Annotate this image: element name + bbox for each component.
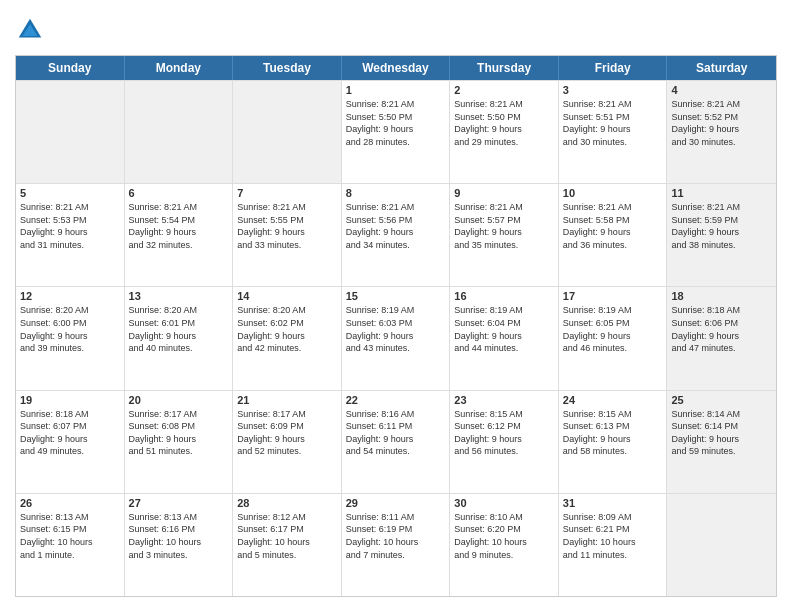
empty-cell-0-2 [233, 81, 342, 183]
day-number: 27 [129, 497, 229, 509]
cell-info: Sunrise: 8:21 AMSunset: 5:56 PMDaylight:… [346, 201, 446, 251]
calendar-body: 1Sunrise: 8:21 AMSunset: 5:50 PMDaylight… [16, 80, 776, 596]
day-cell-10: 10Sunrise: 8:21 AMSunset: 5:58 PMDayligh… [559, 184, 668, 286]
day-number: 30 [454, 497, 554, 509]
calendar-row-0: 1Sunrise: 8:21 AMSunset: 5:50 PMDaylight… [16, 80, 776, 183]
day-number: 23 [454, 394, 554, 406]
day-cell-24: 24Sunrise: 8:15 AMSunset: 6:13 PMDayligh… [559, 391, 668, 493]
cell-info: Sunrise: 8:18 AMSunset: 6:07 PMDaylight:… [20, 408, 120, 458]
day-number: 19 [20, 394, 120, 406]
cell-info: Sunrise: 8:19 AMSunset: 6:05 PMDaylight:… [563, 304, 663, 354]
day-cell-9: 9Sunrise: 8:21 AMSunset: 5:57 PMDaylight… [450, 184, 559, 286]
day-number: 16 [454, 290, 554, 302]
cell-info: Sunrise: 8:21 AMSunset: 5:52 PMDaylight:… [671, 98, 772, 148]
calendar-row-2: 12Sunrise: 8:20 AMSunset: 6:00 PMDayligh… [16, 286, 776, 389]
calendar-row-1: 5Sunrise: 8:21 AMSunset: 5:53 PMDaylight… [16, 183, 776, 286]
day-number: 13 [129, 290, 229, 302]
day-number: 15 [346, 290, 446, 302]
cell-info: Sunrise: 8:10 AMSunset: 6:20 PMDaylight:… [454, 511, 554, 561]
logo [15, 15, 49, 45]
day-number: 20 [129, 394, 229, 406]
cell-info: Sunrise: 8:20 AMSunset: 6:00 PMDaylight:… [20, 304, 120, 354]
cell-info: Sunrise: 8:13 AMSunset: 6:15 PMDaylight:… [20, 511, 120, 561]
day-cell-30: 30Sunrise: 8:10 AMSunset: 6:20 PMDayligh… [450, 494, 559, 596]
day-cell-31: 31Sunrise: 8:09 AMSunset: 6:21 PMDayligh… [559, 494, 668, 596]
day-number: 2 [454, 84, 554, 96]
day-cell-5: 5Sunrise: 8:21 AMSunset: 5:53 PMDaylight… [16, 184, 125, 286]
day-number: 7 [237, 187, 337, 199]
header-day-monday: Monday [125, 56, 234, 80]
header-day-tuesday: Tuesday [233, 56, 342, 80]
day-cell-13: 13Sunrise: 8:20 AMSunset: 6:01 PMDayligh… [125, 287, 234, 389]
header-day-saturday: Saturday [667, 56, 776, 80]
day-number: 28 [237, 497, 337, 509]
cell-info: Sunrise: 8:21 AMSunset: 5:55 PMDaylight:… [237, 201, 337, 251]
day-cell-23: 23Sunrise: 8:15 AMSunset: 6:12 PMDayligh… [450, 391, 559, 493]
cell-info: Sunrise: 8:15 AMSunset: 6:13 PMDaylight:… [563, 408, 663, 458]
cell-info: Sunrise: 8:21 AMSunset: 5:51 PMDaylight:… [563, 98, 663, 148]
day-number: 8 [346, 187, 446, 199]
day-cell-19: 19Sunrise: 8:18 AMSunset: 6:07 PMDayligh… [16, 391, 125, 493]
header-day-friday: Friday [559, 56, 668, 80]
cell-info: Sunrise: 8:21 AMSunset: 5:50 PMDaylight:… [346, 98, 446, 148]
day-cell-15: 15Sunrise: 8:19 AMSunset: 6:03 PMDayligh… [342, 287, 451, 389]
cell-info: Sunrise: 8:21 AMSunset: 5:50 PMDaylight:… [454, 98, 554, 148]
day-cell-27: 27Sunrise: 8:13 AMSunset: 6:16 PMDayligh… [125, 494, 234, 596]
cell-info: Sunrise: 8:09 AMSunset: 6:21 PMDaylight:… [563, 511, 663, 561]
day-cell-6: 6Sunrise: 8:21 AMSunset: 5:54 PMDaylight… [125, 184, 234, 286]
cell-info: Sunrise: 8:17 AMSunset: 6:09 PMDaylight:… [237, 408, 337, 458]
day-cell-26: 26Sunrise: 8:13 AMSunset: 6:15 PMDayligh… [16, 494, 125, 596]
day-cell-1: 1Sunrise: 8:21 AMSunset: 5:50 PMDaylight… [342, 81, 451, 183]
header-day-thursday: Thursday [450, 56, 559, 80]
cell-info: Sunrise: 8:21 AMSunset: 5:54 PMDaylight:… [129, 201, 229, 251]
day-cell-28: 28Sunrise: 8:12 AMSunset: 6:17 PMDayligh… [233, 494, 342, 596]
cell-info: Sunrise: 8:11 AMSunset: 6:19 PMDaylight:… [346, 511, 446, 561]
cell-info: Sunrise: 8:20 AMSunset: 6:01 PMDaylight:… [129, 304, 229, 354]
empty-cell-0-1 [125, 81, 234, 183]
calendar: SundayMondayTuesdayWednesdayThursdayFrid… [15, 55, 777, 597]
logo-icon [15, 15, 45, 45]
day-cell-21: 21Sunrise: 8:17 AMSunset: 6:09 PMDayligh… [233, 391, 342, 493]
day-number: 4 [671, 84, 772, 96]
day-cell-7: 7Sunrise: 8:21 AMSunset: 5:55 PMDaylight… [233, 184, 342, 286]
day-cell-14: 14Sunrise: 8:20 AMSunset: 6:02 PMDayligh… [233, 287, 342, 389]
day-cell-8: 8Sunrise: 8:21 AMSunset: 5:56 PMDaylight… [342, 184, 451, 286]
day-cell-18: 18Sunrise: 8:18 AMSunset: 6:06 PMDayligh… [667, 287, 776, 389]
calendar-header: SundayMondayTuesdayWednesdayThursdayFrid… [16, 56, 776, 80]
day-number: 9 [454, 187, 554, 199]
day-number: 17 [563, 290, 663, 302]
day-number: 11 [671, 187, 772, 199]
day-cell-12: 12Sunrise: 8:20 AMSunset: 6:00 PMDayligh… [16, 287, 125, 389]
day-cell-25: 25Sunrise: 8:14 AMSunset: 6:14 PMDayligh… [667, 391, 776, 493]
cell-info: Sunrise: 8:18 AMSunset: 6:06 PMDaylight:… [671, 304, 772, 354]
cell-info: Sunrise: 8:15 AMSunset: 6:12 PMDaylight:… [454, 408, 554, 458]
day-cell-2: 2Sunrise: 8:21 AMSunset: 5:50 PMDaylight… [450, 81, 559, 183]
cell-info: Sunrise: 8:20 AMSunset: 6:02 PMDaylight:… [237, 304, 337, 354]
empty-cell-0-0 [16, 81, 125, 183]
day-cell-16: 16Sunrise: 8:19 AMSunset: 6:04 PMDayligh… [450, 287, 559, 389]
day-cell-4: 4Sunrise: 8:21 AMSunset: 5:52 PMDaylight… [667, 81, 776, 183]
cell-info: Sunrise: 8:13 AMSunset: 6:16 PMDaylight:… [129, 511, 229, 561]
cell-info: Sunrise: 8:21 AMSunset: 5:53 PMDaylight:… [20, 201, 120, 251]
day-number: 14 [237, 290, 337, 302]
day-number: 26 [20, 497, 120, 509]
cell-info: Sunrise: 8:14 AMSunset: 6:14 PMDaylight:… [671, 408, 772, 458]
day-number: 21 [237, 394, 337, 406]
day-number: 24 [563, 394, 663, 406]
day-number: 12 [20, 290, 120, 302]
page: SundayMondayTuesdayWednesdayThursdayFrid… [0, 0, 792, 612]
day-number: 29 [346, 497, 446, 509]
day-number: 5 [20, 187, 120, 199]
cell-info: Sunrise: 8:21 AMSunset: 5:59 PMDaylight:… [671, 201, 772, 251]
cell-info: Sunrise: 8:16 AMSunset: 6:11 PMDaylight:… [346, 408, 446, 458]
day-number: 31 [563, 497, 663, 509]
cell-info: Sunrise: 8:19 AMSunset: 6:03 PMDaylight:… [346, 304, 446, 354]
day-number: 18 [671, 290, 772, 302]
header-day-wednesday: Wednesday [342, 56, 451, 80]
day-number: 22 [346, 394, 446, 406]
day-cell-17: 17Sunrise: 8:19 AMSunset: 6:05 PMDayligh… [559, 287, 668, 389]
cell-info: Sunrise: 8:17 AMSunset: 6:08 PMDaylight:… [129, 408, 229, 458]
day-cell-3: 3Sunrise: 8:21 AMSunset: 5:51 PMDaylight… [559, 81, 668, 183]
day-cell-22: 22Sunrise: 8:16 AMSunset: 6:11 PMDayligh… [342, 391, 451, 493]
header [15, 15, 777, 45]
